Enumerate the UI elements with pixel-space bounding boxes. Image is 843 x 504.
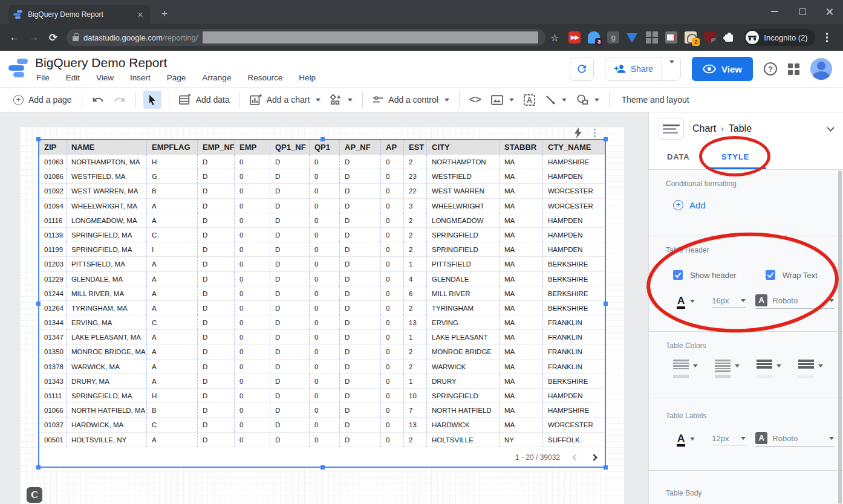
share-button[interactable]: Share <box>605 57 681 81</box>
select-tool-button[interactable] <box>143 91 161 109</box>
reload-icon[interactable]: ⟳ <box>44 31 63 44</box>
report-title[interactable]: BigQuery Demo Report <box>35 56 167 70</box>
report-page[interactable]: ZIPNAMEEMPFLAGEMP_NFEMPQP1_NFQP1AP_NFAPE… <box>20 127 624 504</box>
table-row[interactable]: 01139SPRINGFIELD, MACD0D0D02SPRINGFIELDM… <box>39 228 605 242</box>
table-row[interactable]: 01347LAKE PLEASANT, MAAD0D0D01LAKE PLEAS… <box>39 330 605 344</box>
window-minimize-button[interactable] <box>761 0 789 23</box>
selection-handle[interactable] <box>36 302 41 306</box>
add-control-button[interactable]: Add a control <box>368 95 454 105</box>
table-row[interactable]: 01203PITTSFIELD, MAAD0D0D01PITTSFIELDMAB… <box>39 257 605 271</box>
table-row[interactable]: 01344ERVING, MACD0D0D013ERVINGMAFRANKLIN <box>39 315 605 330</box>
insert-image-button[interactable] <box>486 95 519 105</box>
add-page-button[interactable]: + Add a page <box>8 95 77 105</box>
insert-shape-button[interactable] <box>571 94 604 105</box>
grey-extension-icon[interactable]: g <box>607 31 619 44</box>
table-row[interactable]: 01350MONROE BRIDGE, MAAD0D0D02MONROE BRI… <box>39 344 605 359</box>
even-row-color-picker[interactable] <box>798 360 823 378</box>
labels-font-size-dropdown[interactable]: 12px <box>712 434 746 445</box>
address-bar[interactable]: datastudio.google.com/reporting/ <box>67 29 545 46</box>
column-header-ap_nf[interactable]: AP_NF <box>340 140 381 155</box>
menu-resource[interactable]: Resource <box>247 73 282 82</box>
column-header-emp[interactable]: EMP <box>235 140 270 155</box>
column-header-qp1_nf[interactable]: QP1_NF <box>270 140 310 155</box>
embed-url-button[interactable]: <> <box>464 94 486 106</box>
chart-menu-icon[interactable] <box>592 127 597 139</box>
table-row[interactable]: 01092WEST WARREN, MABD0D0D022WEST WARREN… <box>39 184 605 198</box>
column-header-cty_name[interactable]: CTY_NAME <box>543 140 605 155</box>
breadcrumb-table[interactable]: Table <box>729 123 752 134</box>
column-header-ap[interactable]: AP <box>381 140 404 155</box>
window-close-button[interactable] <box>815 0 843 23</box>
chevron-down-icon[interactable] <box>827 124 835 132</box>
table-row[interactable]: 00501HOLTSVILLE, NYAD0D0D02HOLTSVILLENYS… <box>39 433 605 447</box>
screenshot-extension-icon[interactable] <box>665 31 677 44</box>
selection-handle[interactable] <box>604 137 608 141</box>
cell-border-color-picker[interactable] <box>715 360 740 378</box>
overlay-c-badge[interactable]: C <box>27 487 42 503</box>
lightning-bolt-icon[interactable] <box>574 128 582 138</box>
column-header-empflag[interactable]: EMPFLAG <box>147 140 198 155</box>
header-color-picker[interactable] <box>673 360 698 378</box>
table-row[interactable]: 01111SPRINGFIELD, MAHD0D0D010SPRINGFIELD… <box>39 389 605 403</box>
help-icon[interactable]: ? <box>764 62 777 76</box>
insert-line-button[interactable] <box>540 94 571 105</box>
selection-handle[interactable] <box>36 137 41 141</box>
breadcrumb-chart[interactable]: Chart <box>692 123 716 134</box>
view-button[interactable]: View <box>692 57 753 81</box>
undo-button[interactable] <box>87 94 109 106</box>
extensions-puzzle-icon[interactable] <box>723 31 735 44</box>
table-row[interactable]: 01066NORTH HATFIELD, MABD0D0D07NORTH HAT… <box>39 403 605 418</box>
previous-page-icon[interactable] <box>572 454 579 460</box>
odd-row-color-picker[interactable] <box>757 360 781 378</box>
browser-tab[interactable]: BigQuery Demo Report ✕ <box>8 5 150 24</box>
selection-handle[interactable] <box>321 137 325 141</box>
menu-view[interactable]: View <box>96 73 114 82</box>
column-header-est[interactable]: EST <box>404 140 427 155</box>
column-header-zip[interactable]: ZIP <box>39 140 67 155</box>
table-row[interactable]: 01094WHEELWRIGHT, MAAD0D0D03WHEELWRIGHTM… <box>39 199 605 213</box>
table-row[interactable]: 01063NORTHAMPTON, MAHD0D0D02NORTHAMPTONM… <box>39 155 605 169</box>
tab-close-icon[interactable]: ✕ <box>135 10 145 19</box>
ublock-extension-icon[interactable]: 3 <box>704 31 716 44</box>
column-header-emp_nf[interactable]: EMP_NF <box>198 140 235 155</box>
table-row[interactable]: 01116LONGMEADOW, MAAD0D0D02LONGMEADOWMAH… <box>39 213 605 228</box>
labels-font-family-dropdown[interactable]: A Roboto <box>755 432 834 447</box>
table-row[interactable]: 01229GLENDALE, MAAD0D0D04GLENDALEMABERKS… <box>39 272 605 286</box>
browser-menu-icon[interactable] <box>824 30 831 45</box>
table-row[interactable]: 01343DRURY, MAAD0D0D01DRURYMABERKSHIRE <box>39 374 605 389</box>
video-speed-extension-icon[interactable]: ▶▶ <box>568 31 581 44</box>
theme-layout-button[interactable]: Theme and layout <box>614 95 697 105</box>
bookmark-star-icon[interactable]: ☆ <box>550 32 559 44</box>
menu-file[interactable]: File <box>36 73 50 82</box>
column-header-name[interactable]: NAME <box>67 140 147 155</box>
add-chart-button[interactable]: Add a chart <box>245 94 326 105</box>
drawing-extension-icon[interactable]: 2 <box>685 31 697 44</box>
column-header-qp1[interactable]: QP1 <box>310 140 340 155</box>
column-header-stabbr[interactable]: STABBR <box>500 140 543 155</box>
selection-handle[interactable] <box>36 465 41 470</box>
window-maximize-button[interactable] <box>789 0 816 23</box>
new-tab-button[interactable]: + <box>157 7 172 22</box>
table-chart[interactable]: ZIPNAMEEMPFLAGEMP_NFEMPQP1_NFQP1AP_NFAPE… <box>39 140 605 467</box>
lock-icon[interactable] <box>73 36 79 41</box>
table-row[interactable]: 01244MILL RIVER, MAAD0D0D06MILL RIVERMAB… <box>39 286 605 301</box>
add-conditional-formatting-button[interactable]: + Add <box>673 200 843 210</box>
column-header-city[interactable]: CITY <box>427 140 500 155</box>
table-row[interactable]: 01037HARDWICK, MACD0D0D013HARDWICKMAWORC… <box>39 418 605 432</box>
table-row[interactable]: 01378WARWICK, MAAD0D0D02WARWICKMAFRANKLI… <box>39 360 605 374</box>
refresh-data-button[interactable] <box>570 57 594 81</box>
next-page-icon[interactable] <box>590 454 597 460</box>
report-canvas[interactable]: ZIPNAMEEMPFLAGEMP_NFEMPQP1_NFQP1AP_NFAPE… <box>0 112 648 504</box>
add-data-button[interactable]: Add data <box>174 94 235 105</box>
selection-handle[interactable] <box>604 465 608 470</box>
forward-icon[interactable]: → <box>24 31 44 44</box>
menu-page[interactable]: Page <box>167 73 186 82</box>
table-row[interactable]: 01086WESTFIELD, MAGD0D0D023WESTFIELDMAHA… <box>39 169 605 184</box>
panel-scrollbar[interactable] <box>838 170 842 504</box>
menu-insert[interactable]: Insert <box>130 73 151 82</box>
menu-arrange[interactable]: Arrange <box>202 73 231 82</box>
redo-button[interactable] <box>109 94 131 106</box>
table-row[interactable]: 01264TYRINGHAM, MAAD0D0D02TYRINGHAMMABER… <box>39 301 605 315</box>
selection-handle[interactable] <box>604 302 608 306</box>
insert-text-button[interactable]: A <box>519 94 540 106</box>
